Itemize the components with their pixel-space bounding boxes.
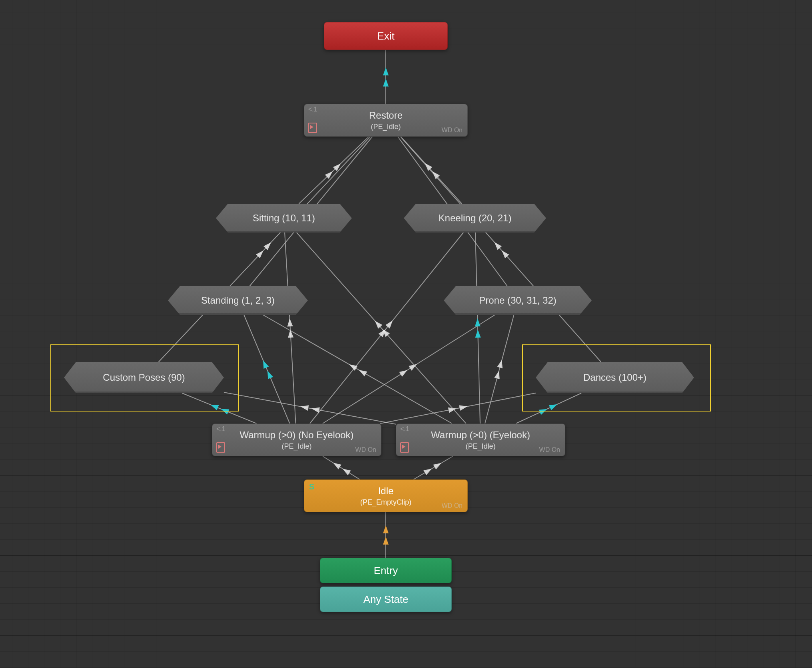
node-sub: (PE_Idle) [281, 442, 311, 451]
restore-node[interactable]: <.1 Restore (PE_Idle) WD On [304, 104, 468, 137]
svg-line-12 [182, 393, 257, 423]
svg-marker-31 [311, 407, 320, 413]
wd-on-label: WD On [355, 446, 376, 453]
svg-line-24 [323, 315, 495, 423]
svg-line-27 [380, 393, 536, 423]
svg-marker-37 [382, 329, 390, 337]
svg-marker-38 [375, 321, 383, 329]
node-label: Idle [378, 485, 394, 497]
svg-marker-4 [383, 79, 389, 87]
node-label: Entry [374, 565, 398, 577]
svg-marker-29 [459, 405, 467, 411]
entry-node[interactable]: Entry [320, 558, 452, 583]
svg-marker-2 [383, 525, 389, 533]
node-label: Dances (100+) [583, 372, 646, 383]
svg-marker-8 [333, 463, 341, 469]
wd-on-label: WD On [442, 127, 463, 134]
svg-marker-10 [423, 469, 432, 475]
svg-marker-20 [287, 318, 293, 326]
svg-marker-47 [549, 404, 557, 410]
motion-icon [216, 442, 225, 453]
svg-marker-41 [475, 318, 481, 326]
svg-marker-25 [399, 370, 407, 377]
svg-marker-65 [494, 242, 502, 250]
node-label: Standing (1, 2, 3) [201, 295, 275, 306]
svg-line-6 [323, 456, 359, 479]
node-sub: (PE_Idle) [371, 123, 401, 131]
svg-marker-59 [425, 163, 433, 171]
sitting-node[interactable]: Sitting (10, 11) [216, 204, 352, 233]
svg-marker-23 [385, 320, 393, 328]
svg-marker-58 [432, 171, 440, 179]
node-label: Restore [369, 110, 403, 121]
svg-line-45 [516, 393, 581, 423]
node-label: Exit [377, 30, 394, 42]
wd-on-label: WD On [539, 446, 560, 453]
svg-line-39 [475, 233, 480, 423]
svg-line-54 [299, 137, 369, 204]
svg-marker-56 [333, 163, 341, 171]
exit-node[interactable]: Exit [324, 22, 448, 50]
svg-marker-13 [221, 409, 229, 415]
svg-line-33 [263, 315, 452, 423]
node-tag: <.1 [216, 425, 225, 433]
svg-marker-14 [210, 405, 219, 410]
svg-marker-7 [343, 469, 351, 475]
node-label: Sitting (10, 11) [253, 213, 315, 224]
svg-marker-40 [475, 330, 481, 338]
svg-line-63 [400, 137, 601, 362]
svg-marker-34 [359, 370, 367, 376]
svg-line-30 [224, 392, 396, 424]
any-state-node[interactable]: Any State [320, 586, 452, 612]
node-label: Warmup (>0) (Eyelook) [431, 429, 530, 441]
warmup-eyelook-node[interactable]: <.1 Warmup (>0) (Eyelook) (PE_Idle) WD O… [396, 423, 565, 456]
motion-icon [308, 123, 317, 133]
svg-marker-46 [539, 409, 547, 415]
node-label: Kneeling (20, 21) [439, 213, 512, 224]
warmup-no-eyelook-node[interactable]: <.1 Warmup (>0) (No Eyelook) (PE_Idle) W… [212, 423, 381, 456]
svg-line-18 [285, 233, 296, 423]
node-tag: <.1 [308, 106, 317, 113]
svg-line-42 [485, 315, 514, 423]
standing-node[interactable]: Standing (1, 2, 3) [168, 286, 308, 315]
svg-line-57 [401, 137, 462, 204]
motion-icon [400, 442, 409, 453]
custom-poses-node[interactable]: Custom Poses (90) [64, 362, 224, 393]
svg-marker-50 [263, 243, 271, 250]
svg-marker-5 [383, 68, 389, 76]
svg-marker-17 [263, 360, 269, 369]
idle-node[interactable]: S Idle (PE_EmptyClip) WD On [304, 479, 468, 512]
svg-line-15 [244, 315, 290, 423]
svg-marker-1 [383, 537, 389, 545]
wd-on-label: WD On [442, 502, 463, 509]
svg-marker-11 [433, 463, 441, 469]
svg-marker-55 [325, 171, 333, 179]
svg-marker-16 [267, 371, 273, 379]
svg-marker-49 [256, 250, 263, 258]
svg-marker-19 [288, 330, 293, 338]
node-sub: (PE_EmptyClip) [360, 498, 411, 507]
svg-marker-28 [448, 408, 457, 413]
svg-marker-43 [494, 371, 500, 379]
dances-node[interactable]: Dances (100+) [536, 362, 694, 393]
svg-line-36 [297, 233, 466, 423]
svg-marker-64 [502, 250, 509, 258]
svg-line-48 [159, 137, 371, 362]
node-label: Any State [363, 593, 409, 606]
node-sub: (PE_Idle) [465, 442, 495, 451]
node-label: Prone (30, 31, 32) [479, 295, 556, 306]
svg-marker-32 [300, 405, 309, 411]
node-label: Warmup (>0) (No Eyelook) [239, 429, 353, 441]
kneeling-node[interactable]: Kneeling (20, 21) [404, 204, 546, 233]
node-label: Custom Poses (90) [103, 372, 185, 383]
svg-line-9 [413, 456, 453, 479]
svg-marker-35 [349, 364, 357, 371]
prone-node[interactable]: Prone (30, 31, 32) [444, 286, 592, 315]
svg-line-21 [310, 233, 463, 423]
node-tag: S [309, 482, 314, 491]
svg-marker-26 [409, 364, 417, 371]
svg-marker-22 [379, 329, 386, 337]
svg-marker-44 [497, 360, 503, 368]
node-tag: <.1 [400, 425, 409, 433]
animator-state-graph[interactable]: { "chart_data": { "type": "state-machine… [0, 0, 812, 668]
